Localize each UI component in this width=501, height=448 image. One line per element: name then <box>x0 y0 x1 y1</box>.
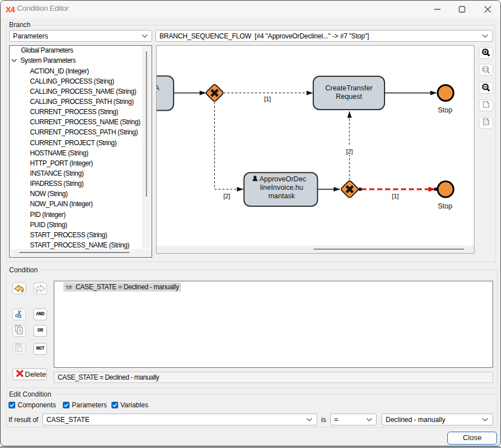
svg-text:Stop: Stop <box>438 106 452 114</box>
svg-text:[2]: [2] <box>346 148 353 155</box>
svg-text:[1]: [1] <box>264 95 271 102</box>
svg-text:Stop: Stop <box>438 202 452 210</box>
svg-text:[1]: [1] <box>392 193 399 199</box>
svg-text:[2]: [2] <box>223 193 230 199</box>
svg-text:mantask: mantask <box>268 192 295 200</box>
svg-text:CreateTransfer: CreateTransfer <box>325 84 373 92</box>
svg-text:ApproveOrDec: ApproveOrDec <box>260 175 306 183</box>
svg-text:1:1: 1:1 <box>482 67 488 71</box>
svg-text:lineInvoice.hu: lineInvoice.hu <box>260 184 303 192</box>
svg-text:A: A <box>157 84 160 92</box>
svg-text:Request: Request <box>336 93 362 101</box>
